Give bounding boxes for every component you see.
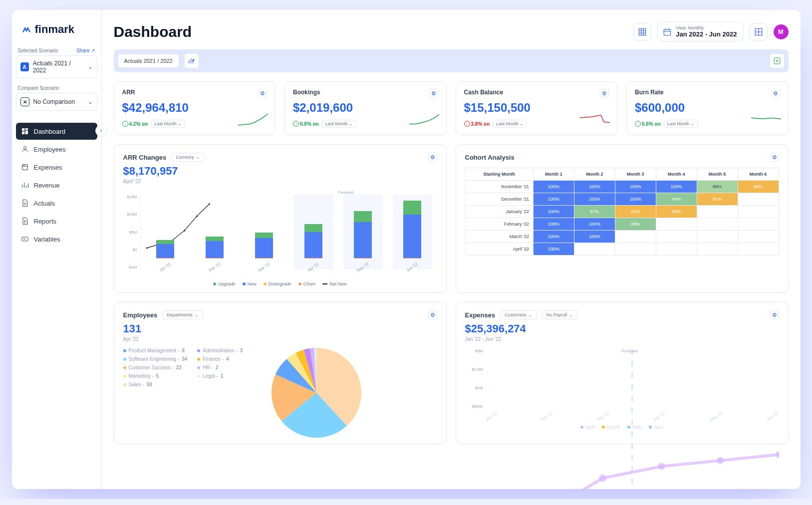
gear-icon[interactable]: ⚙ — [429, 89, 438, 98]
payroll-select[interactable]: No Payroll ⌄ — [542, 310, 578, 319]
cohort-cell: 100% — [534, 206, 574, 218]
svg-point-22 — [717, 457, 724, 464]
cohort-cell: 98% — [615, 218, 656, 231]
scenario-select[interactable]: A Actuals 2021 / 2022 ⌄ — [16, 55, 97, 78]
brand-icon — [21, 24, 32, 35]
gear-icon[interactable]: ⚙ — [428, 310, 437, 319]
period-select[interactable]: Last Month ⌄ — [322, 120, 356, 128]
grid-view-button[interactable] — [750, 23, 768, 41]
scenario-bar: Actuals 2021 / 2022 — [114, 49, 789, 72]
kpi-title: Burn Rate — [635, 89, 663, 96]
nav-actuals[interactable]: Actuals — [16, 195, 97, 212]
nav-reports[interactable]: Reports — [16, 213, 97, 230]
pie-legend-item: Marketing - 5 — [123, 373, 188, 379]
page-title: Dashboard — [114, 23, 192, 40]
forecast-label: Forecast — [324, 190, 368, 195]
reports-icon — [21, 217, 29, 225]
legend-item: Upgrade — [213, 281, 236, 286]
expenses-icon — [21, 163, 29, 171]
gear-icon[interactable]: ⚙ — [771, 89, 780, 98]
edit-scenario-button[interactable] — [184, 53, 199, 68]
sparkline — [238, 113, 268, 128]
gear-icon[interactable]: ⚙ — [428, 153, 437, 162]
collapse-sidebar-button[interactable] — [95, 125, 107, 137]
cohort-row: November '21100%100%100%100%88%86% — [465, 181, 779, 193]
nav-label: Actuals — [34, 200, 55, 207]
svg-point-20 — [599, 475, 606, 482]
bar-col: Jun '22 — [393, 195, 432, 269]
svg-rect-7 — [639, 28, 646, 35]
customers-select[interactable]: Customers ⌄ — [500, 310, 537, 319]
expenses-date: Jan '22 - Jun '22 — [465, 336, 779, 342]
arr-changes-card: ARR Changes Currency ⌄ ⚙ $8,170,957 Apri… — [114, 144, 447, 293]
pie-legend-item: Customer Success - 23 — [123, 365, 188, 370]
gear-icon[interactable]: ⚙ — [770, 153, 779, 162]
pie-legend-item: HR - 2 — [197, 365, 262, 370]
departments-select[interactable]: Departments ⌄ — [162, 310, 203, 319]
cohort-cell — [738, 231, 779, 243]
scenario-section-label: Selected Scenario Share ↗ — [16, 45, 97, 55]
card-title: Cohort Analysis — [465, 154, 515, 161]
topbar-right: View: Monthly Jan 2022 - Jun 2022 M — [633, 22, 788, 41]
x-label: Jan '22 — [159, 261, 172, 272]
pie-legend-item: Software Engineering - 34 — [123, 356, 188, 362]
gear-icon[interactable]: ⚙ — [258, 89, 267, 98]
cohort-col-header: Month 4 — [656, 168, 697, 181]
kpi-title: ARR — [122, 89, 135, 96]
scenario-chip[interactable]: Actuals 2021 / 2022 — [118, 54, 179, 68]
arr-chart: Forecast $15M$10M$5M$0-$1M Jan '22 Feb '… — [123, 190, 437, 286]
date-range-picker[interactable]: View: Monthly Jan 2022 - Jun 2022 — [657, 22, 743, 41]
employees-date: Apr '22 — [123, 336, 437, 342]
nav-employees[interactable]: Employees — [16, 141, 97, 158]
bar-col: May '22 — [343, 195, 383, 269]
user-avatar[interactable]: M — [774, 24, 789, 39]
cohort-cell — [574, 243, 615, 255]
currency-select[interactable]: Currency ⌄ — [171, 153, 205, 162]
cohort-cell: 88% — [697, 181, 738, 193]
app-window: finmark Selected Scenario Share ↗ A Actu… — [12, 10, 801, 489]
svg-rect-1 — [25, 128, 27, 130]
row-2: ARR Changes Currency ⌄ ⚙ $8,170,957 Apri… — [114, 144, 789, 293]
main: Dashboard View: Monthly Jan 2022 - Jun 2… — [102, 10, 801, 489]
variables-icon — [21, 235, 29, 243]
card-title: Employees — [123, 311, 158, 319]
expenses-card: Expenses Customers ⌄ No Payroll ⌄ ⚙ $25,… — [456, 302, 789, 444]
share-link[interactable]: Share ↗ — [76, 48, 95, 53]
cohort-cell: 100% — [534, 243, 574, 255]
cohort-cell — [656, 243, 697, 255]
add-widget-button[interactable] — [770, 53, 785, 68]
nav-dashboard[interactable]: Dashboard — [16, 123, 97, 140]
period-select[interactable]: Last Month ⌄ — [493, 120, 527, 128]
nav-variables[interactable]: Variables — [16, 231, 97, 248]
cohort-cell — [697, 243, 738, 255]
period-select[interactable]: Last Month ⌄ — [151, 120, 185, 128]
calendar-icon — [663, 27, 672, 36]
sparkline — [751, 113, 781, 128]
cohort-row-label: January '22 — [465, 206, 534, 218]
gear-icon[interactable]: ⚙ — [600, 89, 609, 98]
cohort-cell — [615, 243, 656, 255]
actuals-icon — [21, 199, 29, 207]
cohort-cell: 100% — [615, 181, 656, 193]
cohort-card: Cohort Analysis ⚙ Starting MonthMonth 1M… — [456, 144, 789, 293]
grid-icon — [754, 27, 763, 36]
cohort-cell — [738, 193, 779, 206]
cohort-cell: 100% — [534, 193, 574, 206]
gear-icon[interactable]: ⚙ — [770, 310, 779, 319]
svg-rect-3 — [25, 131, 27, 134]
cohort-cell: 86% — [738, 181, 779, 193]
scenario-value: Actuals 2021 / 2022 — [33, 60, 84, 74]
employees-icon — [21, 145, 29, 153]
table-view-button[interactable] — [633, 23, 651, 41]
cohort-col-header: Month 2 — [574, 168, 615, 181]
compare-select[interactable]: ✕ No Comparison ⌄ — [16, 93, 97, 111]
cohort-row-label: November '21 — [465, 181, 534, 193]
period-select[interactable]: Last Month ⌄ — [664, 120, 698, 128]
nav-revenue[interactable]: Revenue — [16, 177, 97, 194]
nav-expenses[interactable]: Expenses — [16, 159, 97, 176]
employees-value: 131 — [123, 322, 437, 335]
cohort-cell — [697, 218, 738, 231]
bar-col: Feb '22 — [195, 195, 235, 269]
cohort-cell — [697, 231, 738, 243]
svg-point-23 — [775, 451, 779, 458]
